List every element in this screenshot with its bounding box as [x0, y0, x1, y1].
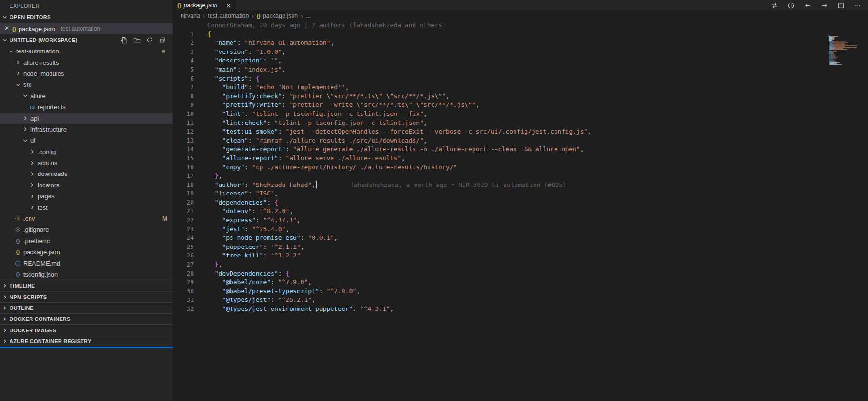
open-editors-header[interactable]: OPEN EDITORS: [0, 11, 173, 23]
panel-header-docker-containers[interactable]: DOCKER CONTAINERS: [0, 313, 173, 324]
line-number: 8: [173, 92, 194, 101]
code-line-6[interactable]: 6 "scripts": {: [173, 74, 868, 83]
code-line-13[interactable]: 13 "clean": "rimraf ./allure-results ./s…: [173, 136, 868, 145]
back-icon[interactable]: [804, 1, 811, 9]
breadcrumb-item-package.json[interactable]: {}package.json: [257, 12, 298, 19]
open-editor-package.json[interactable]: {}package.jsontest-automation: [0, 23, 173, 34]
tree-item-.prettierrc[interactable]: {}.prettierrc: [0, 236, 173, 247]
code-line-9[interactable]: 9 "prettify:write": "prettier --write \"…: [173, 101, 868, 110]
more-actions-icon[interactable]: [854, 1, 861, 9]
tree-item-ui[interactable]: ui: [0, 135, 173, 146]
line-content: "@types/jest": "^25.2.1",: [207, 296, 315, 305]
open-editors-list: {}package.jsontest-automation: [0, 23, 173, 34]
code-line-4[interactable]: 4 "description": "",: [173, 56, 868, 65]
panel-header-outline[interactable]: OUTLINE: [0, 302, 173, 313]
code-line-20[interactable]: 20 "dependencies": {: [173, 198, 868, 207]
code-line-5[interactable]: 5 "main": "index.js",: [173, 65, 868, 74]
tree-item-package.json[interactable]: {}package.json: [0, 247, 173, 257]
code-line-31[interactable]: 31 "@types/jest": "^25.2.1",: [173, 296, 868, 305]
code-line-30[interactable]: 30 "@babel/preset-typescript": "^7.9.0",: [173, 287, 868, 296]
code-line-19[interactable]: 19 "license": "ISC",: [173, 189, 868, 198]
tree-item-.config[interactable]: .config: [0, 146, 173, 157]
tree-item-label: .gitignore: [23, 226, 49, 233]
line-number: 31: [173, 296, 194, 305]
close-icon[interactable]: [4, 25, 10, 32]
code-line-11[interactable]: 11 "lint:check": "tslint -p tsconfig.jso…: [173, 119, 868, 128]
code-line-18[interactable]: 18 "author": "Shehzada Fahad",fahadshehz…: [173, 181, 868, 190]
code-line-8[interactable]: 8 "prettify:check": "prettier \"src/**/*…: [173, 92, 868, 101]
gitlens-authors-lens[interactable]: ConnorGraham, 20 days ago | 2 authors (f…: [173, 21, 868, 30]
panel-header-docker-images[interactable]: DOCKER IMAGES: [0, 324, 173, 335]
tree-item-README.md[interactable]: README.md: [0, 257, 173, 268]
history-icon[interactable]: [787, 1, 795, 9]
tree-item-locators[interactable]: locators: [0, 180, 173, 191]
new-folder-icon[interactable]: [133, 36, 141, 44]
tree-item-actions[interactable]: actions: [0, 157, 173, 168]
workspace-header[interactable]: UNTITLED (WORKSPACE): [0, 34, 173, 46]
code-line-15[interactable]: 15 "allure-report": "allure serve ./allu…: [173, 154, 868, 163]
tree-item-test-automation[interactable]: test-automation: [0, 46, 173, 57]
tree-item-label: package.json: [23, 248, 60, 256]
tree-item-infrastructure[interactable]: infrastructure: [0, 124, 173, 135]
line-number: 30: [173, 287, 194, 296]
tree-item-node_modules[interactable]: node_modules: [0, 68, 173, 79]
code-line-29[interactable]: 29 "@babel/core": "^7.9.0",: [173, 278, 868, 287]
code-line-23[interactable]: 23 "jest": "^25.4.0",: [173, 225, 868, 234]
tree-item-src[interactable]: src: [0, 79, 173, 90]
tree-item-allure-results[interactable]: allure-results: [0, 57, 173, 68]
code-line-26[interactable]: 26 "tree-kill": "^1.2.2": [173, 251, 868, 260]
sidebar-panels: TIMELINENPM SCRIPTSOUTLINEDOCKER CONTAIN…: [0, 280, 173, 347]
code-line-25[interactable]: 25 "puppeteer": "^2.1.1",: [173, 243, 868, 252]
code-line-3[interactable]: 3 "version": "1.0.0",: [173, 48, 868, 57]
new-file-icon[interactable]: [120, 36, 128, 44]
git-modified-badge: M: [162, 216, 167, 222]
collapse-folders-icon[interactable]: [159, 36, 166, 44]
open-changes-icon[interactable]: [770, 1, 778, 9]
code-editor[interactable]: ConnorGraham, 20 days ago | 2 authors (f…: [173, 21, 868, 401]
panel-header-npm-scripts[interactable]: NPM SCRIPTS: [0, 291, 173, 302]
code-line-22[interactable]: 22 "express": "^4.17.1",: [173, 216, 868, 225]
breadcrumb-item-...[interactable]: ...: [306, 12, 311, 19]
split-editor-icon[interactable]: [837, 1, 845, 9]
line-content: },: [207, 172, 222, 181]
code-line-10[interactable]: 10 "lint": "tslint -p tsconfig.json -c t…: [173, 110, 868, 119]
code-line-17[interactable]: 17 },: [173, 172, 868, 181]
forward-icon[interactable]: [820, 1, 828, 9]
refresh-explorer-icon[interactable]: [146, 36, 153, 44]
code-line-24[interactable]: 24 "ps-node-promise-es6": "0.0.1",: [173, 234, 868, 243]
code-line-28[interactable]: 28 "devDependencies": {: [173, 269, 868, 278]
tree-item-test[interactable]: test: [0, 202, 173, 213]
code-line-27[interactable]: 27 },: [173, 260, 868, 269]
tree-item-pages[interactable]: pages: [0, 191, 173, 202]
breadcrumb-item-test-automation[interactable]: test-automation: [208, 12, 249, 19]
code-line-7[interactable]: 7 "build": "echo 'Not Implemented'",: [173, 83, 868, 92]
code-line-32[interactable]: 32 "@types/jest-environment-puppeteer": …: [173, 305, 868, 314]
line-content: "express": "^4.17.1",: [207, 216, 301, 225]
tree-item-api[interactable]: api: [0, 113, 173, 123]
file-tree: test-automationallure-resultsnode_module…: [0, 46, 173, 280]
line-content: "prettify:check": "prettier \"src/**/*.t…: [207, 92, 450, 101]
json-yellow-icon: {}: [14, 249, 22, 255]
tree-item-downloads[interactable]: downloads: [0, 168, 173, 179]
tree-item-.env[interactable]: .envM: [0, 213, 173, 224]
tree-item-reporter.ts[interactable]: TSreporter.ts: [0, 102, 173, 113]
code-line-16[interactable]: 16 "copy": "cp ./allure-report/history/ …: [173, 163, 868, 172]
line-number: 1: [173, 30, 194, 39]
breadcrumb-item-nirvana[interactable]: nirvana: [181, 12, 200, 19]
minimap[interactable]: [827, 21, 868, 401]
tab-close-icon[interactable]: [225, 2, 232, 9]
code-line-2[interactable]: 2 "name": "nirvana-ui-automation",: [173, 39, 868, 48]
panel-header-azure-container-registry[interactable]: AZURE CONTAINER REGISTRY: [0, 336, 173, 347]
gitlens-inline-blame: fahadshehzada, a month ago • NIR-3019 Ui…: [350, 181, 566, 188]
tree-item-.gitignore[interactable]: .gitignore: [0, 224, 173, 235]
tab-package-json[interactable]: {} package.json: [173, 0, 236, 10]
line-number: 18: [173, 181, 194, 190]
tree-item-tsconfig.json[interactable]: {}tsconfig.json: [0, 269, 173, 280]
code-line-1[interactable]: 1{: [173, 30, 868, 39]
panel-label: OUTLINE: [10, 305, 33, 311]
tree-item-allure[interactable]: allure: [0, 91, 173, 102]
code-line-14[interactable]: 14 "generate-report": "allure generate .…: [173, 145, 868, 154]
code-line-21[interactable]: 21 "dotenv": "^8.2.0",: [173, 207, 868, 216]
code-line-12[interactable]: 12 "test:ui-smoke": "jest --detectOpenHa…: [173, 127, 868, 136]
panel-header-timeline[interactable]: TIMELINE: [0, 280, 173, 291]
